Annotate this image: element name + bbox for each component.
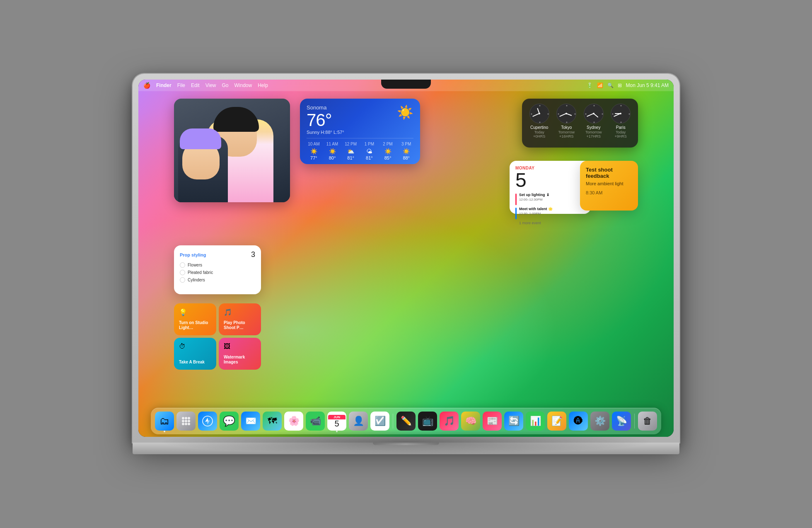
shortcut-label-watermark: Watermark Images <box>224 355 256 365</box>
menu-edit[interactable]: Edit <box>191 82 200 88</box>
dock-calendar[interactable]: JUN 5 <box>327 412 346 431</box>
reminder-item-2: Pleated fabric <box>180 270 255 275</box>
dock-settings[interactable]: ⚙️ <box>590 412 609 431</box>
shortcut-watermark[interactable]: 🖼 Watermark Images <box>219 338 261 370</box>
dock-mail[interactable]: ✉️ <box>241 412 260 431</box>
dock-appstore[interactable]: 🅐 <box>569 412 588 431</box>
svg-point-1 <box>547 114 549 115</box>
control-center-icon[interactable]: ⊞ <box>618 82 622 88</box>
battery-icon: 🔋 <box>587 82 593 88</box>
dock-launchpad[interactable] <box>176 412 196 431</box>
widget-notes: Test shoot feedback More ambient light 8… <box>580 161 638 211</box>
weather-forecast: 10 AM ☀️ 77° 11 AM ☀️ 80° 12 PM ⛅ 81 <box>307 138 413 160</box>
clock-face-paris <box>611 104 631 124</box>
dock-trash[interactable]: 🗑 <box>638 412 657 431</box>
shortcut-music[interactable]: 🎵 Play Photo Shoot P… <box>219 303 261 335</box>
menu-window[interactable]: Window <box>234 82 252 88</box>
dock-finder[interactable]: 🗂 <box>155 412 174 431</box>
dock-istat[interactable]: 📡 <box>612 412 631 431</box>
apple-menu-icon[interactable]: 🍎 <box>143 82 150 89</box>
shortcut-label-music: Play Photo Shoot P… <box>224 320 256 330</box>
dock-maps[interactable]: 🗺 <box>263 412 282 431</box>
dock-music[interactable]: 🎵 <box>440 412 459 431</box>
widget-reminders: Prop styling 3 Flowers Pleated fabric Cy… <box>174 245 261 294</box>
shortcut-label-light: Turn on Studio Light… <box>179 320 211 330</box>
svg-point-20 <box>185 420 187 422</box>
reminder-circle-1[interactable] <box>180 262 185 268</box>
macbook-screen: 🍎 Finder File Edit View Go Window Help 🔋… <box>138 80 674 437</box>
dock-mindnode[interactable]: 🧠 <box>461 412 480 431</box>
forecast-3pm: 3 PM ☀️ 88° <box>399 142 413 160</box>
weather-condition: Sunny H:88° L:57° <box>307 130 344 135</box>
launchpad-icon <box>181 416 191 426</box>
svg-point-21 <box>188 420 190 422</box>
dock-pages[interactable]: 📝 <box>547 412 566 431</box>
dock-news[interactable]: 📰 <box>483 412 502 431</box>
dock-messages[interactable]: 💬 <box>220 412 239 431</box>
macbook-lid: 🍎 Finder File Edit View Go Window Help 🔋… <box>133 74 679 443</box>
safari-icon <box>202 415 213 427</box>
dock-reminders[interactable]: ☑️ <box>370 412 389 431</box>
forecast-2pm: 2 PM ☀️ 85° <box>381 142 395 160</box>
svg-point-17 <box>185 417 187 419</box>
svg-point-4 <box>566 105 568 107</box>
reminders-list-title: Prop styling <box>180 252 206 257</box>
menu-help[interactable]: Help <box>258 82 268 88</box>
menubar-right: 🔋 📶 🔍 ⊞ Mon Jun 5 9:41 AM <box>587 82 669 88</box>
forecast-12pm: 12 PM ⛅ 81° <box>343 142 358 160</box>
app-name[interactable]: Finder <box>156 82 172 88</box>
svg-point-23 <box>185 423 187 425</box>
svg-point-14 <box>621 122 622 123</box>
svg-point-13 <box>629 114 630 115</box>
event-dot-2 <box>515 208 517 219</box>
dock-photos[interactable]: 🌸 <box>284 412 303 431</box>
event-time-1: 12:00–12:30PM <box>519 198 550 201</box>
dock-safari[interactable] <box>198 412 217 431</box>
reminder-item-3: Cylinders <box>180 277 255 283</box>
menu-view[interactable]: View <box>205 82 216 88</box>
search-icon[interactable]: 🔍 <box>607 82 614 88</box>
widget-photos <box>174 99 290 202</box>
weather-location: Sonoma <box>307 104 344 111</box>
reminder-circle-3[interactable] <box>180 277 185 283</box>
shortcut-icon-music: 🎵 <box>224 308 256 316</box>
dock-tv[interactable]: 📺 <box>418 412 437 431</box>
desktop[interactable]: 🍎 Finder File Edit View Go Window Help 🔋… <box>138 80 674 437</box>
calendar-event-1: Set up lighting 🌡 12:00–12:30PM <box>515 193 585 205</box>
svg-point-2 <box>539 122 540 123</box>
svg-point-5 <box>575 114 576 115</box>
calendar-event-2: Meet with talent 🌟 12:30–1:00PM <box>515 207 585 219</box>
clock-paris: Paris Today +9HRS <box>609 104 633 143</box>
svg-point-7 <box>558 114 559 115</box>
dock-transporter[interactable]: 🔄 <box>504 412 523 431</box>
svg-point-12 <box>621 105 622 107</box>
svg-point-6 <box>566 122 568 123</box>
svg-point-11 <box>585 114 586 115</box>
photo-image <box>174 99 290 202</box>
reminders-count: 3 <box>251 250 255 259</box>
svg-point-19 <box>182 420 184 422</box>
svg-point-9 <box>602 114 603 115</box>
dock-facetime[interactable]: 📹 <box>306 412 325 431</box>
svg-point-15 <box>612 114 614 115</box>
reminder-circle-2[interactable] <box>180 270 185 275</box>
menubar-left: 🍎 Finder File Edit View Go Window Help <box>143 82 268 89</box>
macbook-shadow <box>157 429 655 454</box>
event-title-1: Set up lighting 🌡 <box>519 193 550 198</box>
svg-point-16 <box>182 417 184 419</box>
datetime[interactable]: Mon Jun 5 9:41 AM <box>626 82 669 88</box>
widget-weather: Sonoma 76° Sunny H:88° L:57° ☀️ 10 AM <box>300 99 420 164</box>
weather-sun-icon: ☀️ <box>397 104 413 120</box>
notes-body: More ambient light <box>586 181 632 187</box>
camera-notch <box>381 80 431 89</box>
shortcut-studio-light[interactable]: 💡 Turn on Studio Light… <box>174 303 216 335</box>
dock-separator-1 <box>393 414 393 429</box>
dock-freeform[interactable]: ✏️ <box>396 412 416 431</box>
dock-contacts[interactable]: 👤 <box>349 412 368 431</box>
clock-face-cupertino <box>529 104 549 124</box>
notes-title: Test shoot feedback <box>586 167 632 179</box>
menu-file[interactable]: File <box>177 82 185 88</box>
shortcut-break[interactable]: ⏱ Take A Break <box>174 338 216 370</box>
menu-go[interactable]: Go <box>222 82 229 88</box>
dock-numbers[interactable]: 📊 <box>526 412 545 431</box>
